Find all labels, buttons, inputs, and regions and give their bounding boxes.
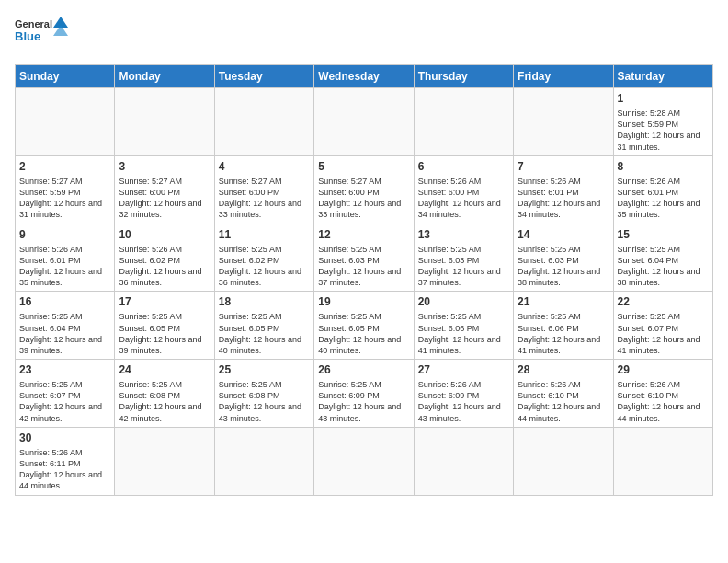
calendar-cell: 26Sunrise: 5:25 AMSunset: 6:09 PMDayligh… — [314, 360, 414, 428]
day-number: 21 — [518, 294, 609, 309]
day-number: 7 — [518, 159, 609, 174]
calendar-cell: 20Sunrise: 5:25 AMSunset: 6:06 PMDayligh… — [414, 292, 513, 360]
day-info: Sunrise: 5:27 AMSunset: 6:00 PMDaylight:… — [318, 176, 409, 221]
day-info: Sunrise: 5:25 AMSunset: 6:06 PMDaylight:… — [518, 311, 609, 356]
day-number: 15 — [618, 227, 709, 242]
calendar-cell — [214, 427, 313, 495]
day-number: 2 — [19, 159, 110, 174]
day-info: Sunrise: 5:27 AMSunset: 6:00 PMDaylight:… — [219, 176, 310, 221]
day-info: Sunrise: 5:25 AMSunset: 6:07 PMDaylight:… — [19, 379, 110, 424]
calendar-cell: 13Sunrise: 5:25 AMSunset: 6:03 PMDayligh… — [414, 224, 513, 292]
calendar-cell — [314, 88, 414, 156]
day-number: 26 — [318, 362, 409, 377]
calendar-cell: 2Sunrise: 5:27 AMSunset: 5:59 PMDaylight… — [16, 155, 115, 224]
calendar-week-3: 16Sunrise: 5:25 AMSunset: 6:04 PMDayligh… — [16, 292, 713, 360]
day-info: Sunrise: 5:26 AMSunset: 6:09 PMDaylight:… — [418, 379, 509, 424]
calendar-cell — [613, 427, 712, 495]
day-number: 23 — [19, 362, 110, 377]
day-info: Sunrise: 5:26 AMSunset: 6:11 PMDaylight:… — [19, 447, 110, 492]
day-info: Sunrise: 5:25 AMSunset: 6:03 PMDaylight:… — [518, 244, 609, 289]
calendar-cell: 10Sunrise: 5:26 AMSunset: 6:02 PMDayligh… — [115, 224, 214, 292]
day-info: Sunrise: 5:25 AMSunset: 6:08 PMDaylight:… — [119, 379, 210, 424]
svg-text:General: General — [15, 18, 52, 29]
day-info: Sunrise: 5:25 AMSunset: 6:07 PMDaylight:… — [618, 311, 709, 356]
day-number: 28 — [518, 362, 609, 377]
calendar-cell: 18Sunrise: 5:25 AMSunset: 6:05 PMDayligh… — [214, 292, 313, 360]
calendar-week-0: 1Sunrise: 5:28 AMSunset: 5:59 PMDaylight… — [16, 88, 713, 156]
day-number: 24 — [119, 362, 210, 377]
logo: General Blue — [15, 15, 70, 53]
day-number: 20 — [418, 294, 509, 309]
calendar-cell: 5Sunrise: 5:27 AMSunset: 6:00 PMDaylight… — [314, 155, 414, 224]
calendar-cell — [16, 88, 115, 156]
weekday-header-tuesday: Tuesday — [214, 65, 313, 88]
calendar-cell: 4Sunrise: 5:27 AMSunset: 6:00 PMDaylight… — [214, 155, 313, 224]
day-number: 16 — [19, 294, 110, 309]
day-number: 12 — [318, 227, 409, 242]
calendar-week-4: 23Sunrise: 5:25 AMSunset: 6:07 PMDayligh… — [16, 360, 713, 428]
calendar-cell: 25Sunrise: 5:25 AMSunset: 6:08 PMDayligh… — [214, 360, 313, 428]
day-info: Sunrise: 5:26 AMSunset: 6:02 PMDaylight:… — [119, 244, 210, 289]
calendar-cell: 24Sunrise: 5:25 AMSunset: 6:08 PMDayligh… — [115, 360, 214, 428]
weekday-header-friday: Friday — [514, 65, 613, 88]
day-info: Sunrise: 5:26 AMSunset: 6:00 PMDaylight:… — [418, 176, 509, 221]
day-info: Sunrise: 5:25 AMSunset: 6:06 PMDaylight:… — [418, 311, 509, 356]
weekday-header-monday: Monday — [115, 65, 214, 88]
calendar-cell — [414, 427, 513, 495]
svg-text:Blue: Blue — [15, 29, 40, 43]
day-number: 9 — [19, 227, 110, 242]
day-info: Sunrise: 5:28 AMSunset: 5:59 PMDaylight:… — [618, 108, 709, 153]
day-number: 14 — [518, 227, 609, 242]
day-info: Sunrise: 5:25 AMSunset: 6:08 PMDaylight:… — [219, 379, 310, 424]
day-info: Sunrise: 5:26 AMSunset: 6:01 PMDaylight:… — [19, 244, 110, 289]
calendar-cell: 19Sunrise: 5:25 AMSunset: 6:05 PMDayligh… — [314, 292, 414, 360]
day-info: Sunrise: 5:25 AMSunset: 6:09 PMDaylight:… — [318, 379, 409, 424]
day-info: Sunrise: 5:25 AMSunset: 6:03 PMDaylight:… — [418, 244, 509, 289]
day-info: Sunrise: 5:25 AMSunset: 6:03 PMDaylight:… — [318, 244, 409, 289]
day-number: 29 — [618, 362, 709, 377]
calendar-cell: 23Sunrise: 5:25 AMSunset: 6:07 PMDayligh… — [16, 360, 115, 428]
day-number: 1 — [618, 91, 709, 106]
calendar-cell: 6Sunrise: 5:26 AMSunset: 6:00 PMDaylight… — [414, 155, 513, 224]
calendar-cell — [214, 88, 313, 156]
weekday-header-saturday: Saturday — [613, 65, 712, 88]
calendar-cell: 27Sunrise: 5:26 AMSunset: 6:09 PMDayligh… — [414, 360, 513, 428]
calendar-cell: 21Sunrise: 5:25 AMSunset: 6:06 PMDayligh… — [514, 292, 613, 360]
day-number: 10 — [119, 227, 210, 242]
logo-svg: General Blue — [15, 15, 70, 53]
day-number: 4 — [219, 159, 310, 174]
calendar-header: SundayMondayTuesdayWednesdayThursdayFrid… — [16, 65, 713, 88]
calendar-cell: 30Sunrise: 5:26 AMSunset: 6:11 PMDayligh… — [16, 427, 115, 495]
calendar-cell: 11Sunrise: 5:25 AMSunset: 6:02 PMDayligh… — [214, 224, 313, 292]
page-header: General Blue — [15, 15, 713, 53]
calendar-cell — [514, 427, 613, 495]
day-number: 17 — [119, 294, 210, 309]
calendar-cell — [115, 88, 214, 156]
day-info: Sunrise: 5:25 AMSunset: 6:02 PMDaylight:… — [219, 244, 310, 289]
weekday-header-thursday: Thursday — [414, 65, 513, 88]
calendar-cell: 9Sunrise: 5:26 AMSunset: 6:01 PMDaylight… — [16, 224, 115, 292]
calendar-cell: 17Sunrise: 5:25 AMSunset: 6:05 PMDayligh… — [115, 292, 214, 360]
day-number: 18 — [219, 294, 310, 309]
calendar-cell: 1Sunrise: 5:28 AMSunset: 5:59 PMDaylight… — [613, 88, 712, 156]
day-number: 3 — [119, 159, 210, 174]
day-info: Sunrise: 5:25 AMSunset: 6:04 PMDaylight:… — [19, 311, 110, 356]
calendar-cell — [115, 427, 214, 495]
day-info: Sunrise: 5:25 AMSunset: 6:05 PMDaylight:… — [219, 311, 310, 356]
weekday-header-wednesday: Wednesday — [314, 65, 414, 88]
calendar-cell: 12Sunrise: 5:25 AMSunset: 6:03 PMDayligh… — [314, 224, 414, 292]
calendar-cell — [414, 88, 513, 156]
calendar-cell: 14Sunrise: 5:25 AMSunset: 6:03 PMDayligh… — [514, 224, 613, 292]
calendar-cell: 15Sunrise: 5:25 AMSunset: 6:04 PMDayligh… — [613, 224, 712, 292]
day-number: 27 — [418, 362, 509, 377]
calendar-cell: 8Sunrise: 5:26 AMSunset: 6:01 PMDaylight… — [613, 155, 712, 224]
calendar-cell: 16Sunrise: 5:25 AMSunset: 6:04 PMDayligh… — [16, 292, 115, 360]
day-number: 22 — [618, 294, 709, 309]
calendar-cell: 22Sunrise: 5:25 AMSunset: 6:07 PMDayligh… — [613, 292, 712, 360]
calendar-cell: 3Sunrise: 5:27 AMSunset: 6:00 PMDaylight… — [115, 155, 214, 224]
day-number: 11 — [219, 227, 310, 242]
calendar-cell: 29Sunrise: 5:26 AMSunset: 6:10 PMDayligh… — [613, 360, 712, 428]
calendar-week-5: 30Sunrise: 5:26 AMSunset: 6:11 PMDayligh… — [16, 427, 713, 495]
day-number: 30 — [19, 431, 110, 445]
day-info: Sunrise: 5:25 AMSunset: 6:04 PMDaylight:… — [618, 244, 709, 289]
